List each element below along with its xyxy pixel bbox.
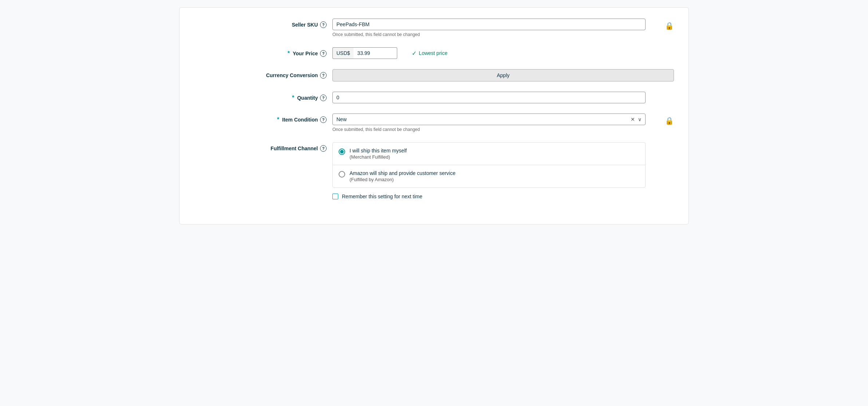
apply-button[interactable]: Apply [332, 69, 674, 81]
currency-conversion-label: Currency Conversion [266, 72, 318, 78]
seller-sku-input-col: 🔒 Once submitted, this field cannot be c… [332, 19, 674, 37]
item-condition-row: * Item Condition ? New ✕ ∨ 🔒 Once submit… [194, 114, 674, 132]
lowest-price-check-icon: ✓ [412, 50, 417, 57]
lowest-price-label: Lowest price [419, 50, 447, 56]
item-condition-helper: Once submitted, this field cannot be cha… [332, 127, 674, 132]
quantity-label: Quantity [297, 95, 318, 101]
your-price-row: * Your Price ? USD$ ✓ Lowest price [194, 47, 674, 59]
seller-sku-label-col: Seller SKU ? [194, 19, 332, 28]
item-condition-clear-icon[interactable]: ✕ [631, 116, 635, 122]
remember-row: Remember this setting for next time [332, 194, 646, 199]
fulfillment-option-amazon[interactable]: Amazon will ship and provide customer se… [333, 165, 645, 187]
quantity-help-icon[interactable]: ? [320, 95, 327, 101]
currency-conversion-label-col: Currency Conversion ? [194, 69, 332, 79]
seller-sku-helper: Once submitted, this field cannot be cha… [332, 32, 674, 37]
fulfillment-radio-amazon[interactable] [339, 171, 345, 178]
item-condition-input-col: New ✕ ∨ 🔒 Once submitted, this field can… [332, 114, 674, 132]
seller-sku-lock-wrapper: 🔒 [332, 19, 674, 30]
currency-conversion-help-icon[interactable]: ? [320, 72, 327, 79]
fulfillment-text-merchant: I will ship this item myself (Merchant F… [350, 148, 407, 160]
fulfillment-text-amazon: Amazon will ship and provide customer se… [350, 170, 455, 182]
fulfillment-channel-label-col: Fulfillment Channel ? [194, 142, 332, 152]
currency-conversion-input-col: Apply [332, 69, 674, 81]
fulfillment-merchant-main: I will ship this item myself [350, 148, 407, 154]
price-input[interactable] [354, 47, 397, 59]
quantity-label-col: * Quantity ? [194, 92, 332, 101]
item-condition-chevron-icon[interactable]: ∨ [638, 116, 642, 122]
form-container: Seller SKU ? 🔒 Once submitted, this fiel… [179, 7, 689, 224]
item-condition-select[interactable]: New ✕ ∨ [332, 114, 646, 125]
seller-sku-input[interactable] [332, 19, 646, 30]
quantity-input-col [332, 92, 674, 103]
remember-checkbox[interactable] [332, 194, 338, 199]
fulfillment-channel-help-icon[interactable]: ? [320, 145, 327, 152]
item-condition-value: New [336, 116, 631, 122]
fulfillment-channel-label: Fulfillment Channel [271, 146, 318, 151]
quantity-row: * Quantity ? [194, 92, 674, 103]
your-price-label-col: * Your Price ? [194, 47, 332, 57]
quantity-input[interactable] [332, 92, 646, 103]
your-price-required-star: * [288, 50, 290, 57]
item-condition-required-star: * [277, 116, 279, 123]
item-condition-select-wrapper: New ✕ ∨ [332, 114, 646, 125]
fulfillment-channel-row: Fulfillment Channel ? I will ship this i… [194, 142, 674, 199]
seller-sku-lock-icon: 🔒 [665, 21, 674, 30]
fulfillment-merchant-sub: (Merchant Fulfilled) [350, 154, 407, 160]
fulfillment-radio-merchant[interactable] [339, 148, 345, 155]
remember-label: Remember this setting for next time [342, 194, 422, 199]
fulfillment-amazon-sub: (Fulfilled by Amazon) [350, 177, 455, 182]
item-condition-lock-wrapper: New ✕ ∨ 🔒 [332, 114, 674, 125]
item-condition-lock-icon: 🔒 [665, 116, 674, 125]
quantity-required-star: * [292, 95, 294, 101]
item-condition-label-col: * Item Condition ? [194, 114, 332, 123]
currency-prefix: USD$ [332, 47, 354, 59]
your-price-label: Your Price [293, 51, 318, 56]
fulfillment-channel-input-col: I will ship this item myself (Merchant F… [332, 142, 674, 199]
your-price-input-row: USD$ ✓ Lowest price [332, 47, 674, 59]
currency-conversion-row: Currency Conversion ? Apply [194, 69, 674, 81]
seller-sku-row: Seller SKU ? 🔒 Once submitted, this fiel… [194, 19, 674, 37]
price-input-group: USD$ [332, 47, 397, 59]
seller-sku-help-icon[interactable]: ? [320, 21, 327, 28]
item-condition-label: Item Condition [282, 117, 318, 123]
your-price-help-icon[interactable]: ? [320, 50, 327, 57]
item-condition-help-icon[interactable]: ? [320, 116, 327, 123]
lowest-price-badge: ✓ Lowest price [412, 50, 447, 57]
fulfillment-amazon-main: Amazon will ship and provide customer se… [350, 170, 455, 176]
fulfillment-options-box: I will ship this item myself (Merchant F… [332, 142, 646, 188]
seller-sku-label: Seller SKU [292, 22, 318, 28]
your-price-input-col: USD$ ✓ Lowest price [332, 47, 674, 59]
fulfillment-option-merchant[interactable]: I will ship this item myself (Merchant F… [333, 143, 645, 165]
